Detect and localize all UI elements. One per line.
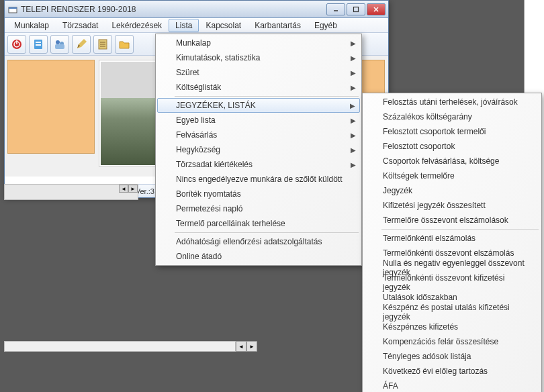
menu-option-label: Adóhatósági ellenőrzési adatszolgáltatás	[176, 237, 322, 246]
menu-option-label: Felosztott csoportok	[383, 142, 455, 151]
menu-option-label: Költségek termelőre	[383, 171, 455, 181]
menu-option-label: Törzsadat kiértékelés	[176, 160, 253, 169]
menu-option-label: Készpénzes kifizetés	[383, 322, 458, 332]
menu-separator	[175, 232, 359, 233]
menu-option-label: Költséglisták	[176, 83, 221, 92]
window-title: TELEPI RENDSZER 1990-2018	[21, 5, 326, 14]
menu-option[interactable]: Permetezési napló	[157, 201, 360, 216]
menu-option[interactable]: Törzsadat kiértékelés▶	[157, 157, 360, 172]
menu-bar: MunkalapTörzsadatLekérdezésekListaKapcso…	[5, 18, 388, 33]
menu-option[interactable]: Következő évi előleg tartozás	[364, 364, 540, 379]
menu-option[interactable]: Termelőnkénti elszámolás	[364, 231, 540, 246]
menu-option[interactable]: Hegyközség▶	[157, 142, 360, 157]
menu-option-label: Permetezési napló	[176, 204, 242, 213]
menu-item-kapcsolat[interactable]: Kapcsolat	[199, 19, 248, 32]
scroll-left-button[interactable]: ◄	[236, 341, 246, 352]
menu-option[interactable]: Adóhatósági ellenőrzési adatszolgáltatás	[157, 234, 360, 249]
menu-option-label: Jegyzék	[383, 186, 412, 195]
submenu-arrow-icon: ▶	[351, 40, 356, 47]
menu-option[interactable]: Csoportok felvásárlása, költsége	[364, 154, 540, 168]
minimize-button[interactable]	[326, 3, 345, 15]
menu-item-karbantartás[interactable]: Karbantartás	[248, 19, 308, 32]
menu-option-label: Termelőnkénti elszámolás	[383, 234, 475, 243]
menu-option-label: Kimutatások, statisztika	[176, 53, 260, 62]
menu-separator	[175, 96, 359, 97]
scroll-right-button[interactable]: ►	[246, 341, 257, 352]
menu-option[interactable]: Termelőnkénti összevont kifizetési jegyz…	[364, 275, 540, 290]
menu-option[interactable]: Szüret▶	[157, 65, 360, 80]
menu-option[interactable]: Boríték nyomtatás	[157, 187, 360, 201]
menu-option-label: Készpénz és postai utalás kifizetési jeg…	[383, 303, 528, 322]
submenu-arrow-icon: ▶	[351, 132, 356, 139]
menu-option[interactable]: Egyeb lista▶	[157, 113, 360, 128]
menu-option[interactable]: Felosztott csoportok	[364, 139, 540, 154]
menu-item-törzsadat[interactable]: Törzsadat	[56, 19, 105, 32]
menu-option-label: Felosztott csoportok termelői	[383, 127, 486, 136]
doc-blue-button[interactable]	[29, 35, 48, 54]
title-bar: TELEPI RENDSZER 1990-2018	[5, 1, 388, 18]
menu-option[interactable]: Költséglisták▶	[157, 80, 360, 95]
menu-option[interactable]: Jegyzék	[364, 183, 540, 198]
menu-option[interactable]: Termelőre összevont elszámolások	[364, 213, 540, 228]
menu-option-label: Online átadó	[176, 252, 222, 261]
scrollbar-track[interactable]	[4, 341, 236, 352]
close-button[interactable]	[367, 3, 386, 15]
menu-option[interactable]: Felvásárlás▶	[157, 128, 360, 142]
menu-option-label: Munkalap	[176, 38, 211, 48]
menu-option[interactable]: Készpénz és postai utalás kifizetési jeg…	[364, 305, 540, 320]
svg-rect-11	[36, 44, 41, 46]
menu-option-label: ÁFA	[383, 381, 398, 391]
menu-option-label: Szüret	[176, 68, 199, 77]
submenu-arrow-icon: ▶	[351, 84, 356, 91]
app-icon	[7, 4, 18, 15]
menu-option-label: Boríték nyomtatás	[176, 189, 241, 199]
scroll-right-icon[interactable]: ►	[128, 185, 138, 193]
menu-option-label: Tényleges adósok listája	[383, 352, 471, 361]
menu-option-label: Termelőre összevont elszámolások	[383, 215, 508, 225]
folder-button[interactable]	[115, 35, 134, 54]
menu-item-lekérdezések[interactable]: Lekérdezések	[105, 19, 169, 32]
menu-option[interactable]: Kifizetési jegyzék összesített	[364, 198, 540, 213]
menu-option[interactable]: Munkalap▶	[157, 36, 360, 50]
power-button[interactable]	[7, 35, 26, 54]
svg-rect-3	[354, 7, 359, 11]
svg-rect-14	[55, 44, 64, 49]
menu-item-munkalap[interactable]: Munkalap	[7, 19, 56, 32]
menu-option-label: JEGYZÉKEK, LISTÁK	[176, 101, 256, 110]
menu-option[interactable]: Kimutatások, statisztika▶	[157, 50, 360, 65]
menu-option[interactable]: Termelő parcelláinak terhelése	[157, 216, 360, 231]
svg-point-12	[56, 40, 60, 44]
submenu-arrow-icon: ▶	[351, 117, 356, 124]
menu-option-label: Nincs engedélyezve munkára de szőlőt kül…	[176, 175, 342, 184]
jegyzekek-submenu: Felosztás utáni terhelések, jóváírásokSz…	[362, 93, 542, 392]
menu-option[interactable]: ÁFA	[364, 379, 540, 392]
users-button[interactable]	[50, 35, 69, 54]
menu-option[interactable]: Tényleges adósok listája	[364, 349, 540, 364]
menu-option-label: Egyeb lista	[176, 115, 216, 125]
menu-option[interactable]: Nincs engedélyezve munkára de szőlőt kül…	[157, 172, 360, 187]
maximize-button[interactable]	[347, 3, 365, 15]
menu-option[interactable]: Százalékos költségarány	[364, 109, 540, 124]
menu-option-label: Kifizetési jegyzék összesített	[383, 201, 486, 210]
menu-option[interactable]: Felosztás utáni terhelések, jóváírások	[364, 95, 540, 109]
menu-option-label: Következő évi előleg tartozás	[383, 366, 488, 376]
menu-option-label: Csoportok felvásárlása, költsége	[383, 156, 499, 166]
menu-option[interactable]: Költségek termelőre	[364, 168, 540, 183]
menu-option[interactable]: Online átadó	[157, 249, 360, 264]
menu-option-label: Hegyközség	[176, 145, 220, 154]
edit-button[interactable]	[72, 35, 91, 54]
menu-option-label: Termelőnkénti összevont elszámolás	[383, 248, 514, 258]
menu-option[interactable]: Felosztott csoportok termelői	[364, 124, 540, 139]
small-scroll-region: ◄ ►	[4, 184, 138, 200]
scroll-left-icon[interactable]: ◄	[119, 185, 128, 193]
menu-option-label: Százalékos költségarány	[383, 112, 472, 121]
submenu-arrow-icon: ▶	[351, 146, 356, 154]
menu-option[interactable]: Készpénzes kifizetés	[364, 320, 540, 334]
submenu-arrow-icon: ▶	[351, 161, 356, 168]
menu-item-egyéb[interactable]: Egyéb	[308, 19, 344, 32]
menu-option[interactable]: JEGYZÉKEK, LISTÁK▶	[157, 98, 360, 113]
report-button[interactable]	[93, 35, 112, 54]
menu-option-label: Termelőnkénti összevont kifizetési jegyz…	[383, 273, 528, 292]
menu-option[interactable]: Kompenzációs felár összesítése	[364, 334, 540, 349]
menu-item-lista[interactable]: Lista	[169, 19, 199, 32]
